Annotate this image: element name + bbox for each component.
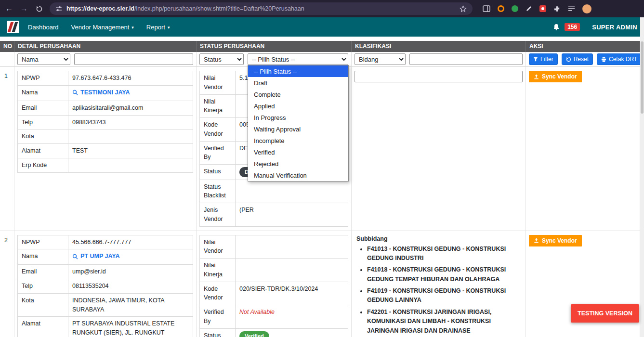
status-label: Nilai Kinerja xyxy=(200,259,236,282)
detail-label: Email xyxy=(18,101,68,115)
back-button[interactable]: ← xyxy=(5,5,13,13)
dropdown-option[interactable]: Rejected xyxy=(248,158,348,169)
edit-extension-icon[interactable] xyxy=(526,5,532,12)
red-extension-icon[interactable] xyxy=(539,5,546,12)
detail-table: NPWP45.566.666.7-777.777 Nama PT UMP JAY… xyxy=(17,235,193,337)
bidang-field-select[interactable]: Bidang xyxy=(355,53,406,65)
dropdown-option[interactable]: -- Pilih Status -- xyxy=(248,65,348,77)
detail-label: Nama xyxy=(18,85,68,101)
dropdown-option[interactable]: Waiting Approval xyxy=(248,123,348,135)
kode-vendor-value: 020/SIER-TDR/DK.3/10/2024 xyxy=(236,282,348,305)
verified-by-value: Not Available xyxy=(239,309,275,315)
header-klasifikasi: KLASIFIKASI xyxy=(352,41,526,52)
nama-field-select[interactable]: Nama xyxy=(17,53,70,65)
telp-value: 0988343743 xyxy=(68,115,193,130)
detail-label: NPWP xyxy=(18,71,68,86)
green-extension-icon[interactable] xyxy=(512,5,518,12)
status-label: Jenis Vendor xyxy=(200,203,236,227)
detail-label: Email xyxy=(18,265,68,279)
detail-label: Alamat xyxy=(18,317,68,337)
filter-button[interactable]: Filter xyxy=(529,53,558,65)
orange-extension-icon[interactable] xyxy=(498,5,504,12)
notification-count-badge: 156 xyxy=(565,23,580,31)
nav-report[interactable]: Report▾ xyxy=(146,24,170,31)
subbidang-list: F41013 - KONSTRUKSI GEDUNG - KONSTRUKSI … xyxy=(367,245,521,337)
profile-avatar[interactable] xyxy=(582,4,591,13)
jenis-vendor-value: (PER xyxy=(236,203,348,227)
dropdown-option[interactable]: Manual Verification xyxy=(248,169,348,181)
sync-vendor-button[interactable]: Sync Vendor xyxy=(529,71,582,82)
extensions-puzzle-icon[interactable] xyxy=(553,5,561,13)
table-row: 2 NPWP45.566.666.7-777.777 Nama PT UMP J… xyxy=(0,231,640,337)
status-label: Verified By xyxy=(200,305,236,329)
bookmark-star-icon[interactable] xyxy=(460,5,467,13)
cetak-drt-button[interactable]: Cetak DRT xyxy=(597,53,642,65)
nav-dashboard[interactable]: Dashboard xyxy=(28,24,59,31)
row-number: 1 xyxy=(0,67,14,231)
refresh-button[interactable] xyxy=(35,5,43,13)
header-aksi: AKSI xyxy=(526,41,640,52)
upload-icon xyxy=(534,238,539,243)
browser-extensions-area xyxy=(483,4,591,13)
detail-label: Erp Kode xyxy=(18,158,68,172)
address-bar[interactable]: https://dev-eproc.sier.id/index.php/peru… xyxy=(50,2,473,15)
status-field-select[interactable]: Status xyxy=(199,53,244,65)
dropdown-option[interactable]: Applied xyxy=(248,100,348,112)
header-status: STATUS PERUSAHAAN xyxy=(197,41,352,52)
nilai-kinerja-value xyxy=(236,259,348,282)
kota-value xyxy=(68,130,193,144)
detail-label: Kota xyxy=(18,130,68,144)
bidang-filter-input[interactable] xyxy=(409,53,523,65)
detail-label: Alamat xyxy=(18,144,68,158)
refresh-icon xyxy=(566,57,571,62)
status-value-select[interactable]: -- Pilih Status -- xyxy=(248,53,348,65)
nama-filter-input[interactable] xyxy=(74,53,193,65)
klasifikasi-input[interactable] xyxy=(355,71,523,82)
erp-kode-value xyxy=(68,158,193,172)
status-label: Nilai Vendor xyxy=(200,235,236,259)
app-logo[interactable] xyxy=(7,21,19,33)
browser-chrome: ← → https://dev-eproc.sier.id/index.php/… xyxy=(0,0,644,17)
page-scrollbar[interactable] xyxy=(640,17,644,337)
dropdown-option[interactable]: Incomplete xyxy=(248,135,348,146)
klasifikasi-cell: Subbidang F41013 - KONSTRUKSI GEDUNG - K… xyxy=(352,231,526,337)
reset-button[interactable]: Reset xyxy=(562,53,593,65)
subbidang-item: F41019 - KONSTRUKSI GEDUNG - KONSTRUKSI … xyxy=(367,286,521,305)
vendor-name-link[interactable]: TESTIMONI JAYA xyxy=(72,88,130,97)
browser-window: ← → https://dev-eproc.sier.id/index.php/… xyxy=(0,0,644,337)
dropdown-option[interactable]: Draft xyxy=(248,77,348,89)
sync-vendor-button[interactable]: Sync Vendor xyxy=(529,235,582,246)
subbidang-item: F41018 - KONSTRUKSI GEDUNG - KONSTRUKSI … xyxy=(367,265,521,284)
detail-table: NPWP97.673.647.6-433.476 Nama TESTIMONI … xyxy=(17,71,193,173)
scrollbar-thumb[interactable] xyxy=(641,41,644,114)
site-info-icon[interactable] xyxy=(55,5,62,12)
url-text: https://dev-eproc.sier.id/index.php/peru… xyxy=(66,5,455,12)
dropdown-option[interactable]: Verified xyxy=(248,146,348,158)
reading-list-icon[interactable] xyxy=(568,6,575,12)
table-header-row: NO DETAIL PERUSAHAAN STATUS PERUSAHAAN K… xyxy=(0,41,640,52)
header-detail: DETAIL PERUSAHAAN xyxy=(14,41,197,52)
email-value: aplikasisitarali@gmail.com xyxy=(68,101,193,115)
telp-value: 08113535204 xyxy=(68,279,193,294)
nav-vendor-management[interactable]: Vendor Management▾ xyxy=(71,24,134,31)
alamat-value: TEST xyxy=(68,144,193,158)
status-blacklist-value xyxy=(236,180,348,203)
side-panel-icon[interactable] xyxy=(483,5,490,12)
testing-version-badge: TESTING VERSION xyxy=(571,304,639,323)
dropdown-option[interactable]: Complete xyxy=(248,89,348,100)
status-label: Verified By xyxy=(200,141,236,165)
subbidang-item: F42201 - KONSTRUKSI JARINGAN IRIGASI, KO… xyxy=(367,308,521,336)
detail-label: NPWP xyxy=(18,235,68,249)
forward-button[interactable]: → xyxy=(20,5,28,13)
bell-icon[interactable] xyxy=(552,23,560,31)
dropdown-option[interactable]: In Progress xyxy=(248,112,348,123)
header-no: NO xyxy=(0,41,14,52)
alamat-value: PT SURABAYA INDUSTRIAL ESTATE RUNGKUT (S… xyxy=(68,317,193,337)
search-icon xyxy=(72,90,78,95)
status-label: Status xyxy=(200,165,236,180)
vendor-name-link[interactable]: PT UMP JAYA xyxy=(72,252,120,261)
npwp-value: 45.566.666.7-777.777 xyxy=(68,235,193,249)
status-dropdown-panel: -- Pilih Status -- Draft Complete Applie… xyxy=(248,65,349,181)
status-label: Nilai Kinerja xyxy=(200,94,236,118)
subbidang-heading: Subbidang xyxy=(356,235,521,242)
